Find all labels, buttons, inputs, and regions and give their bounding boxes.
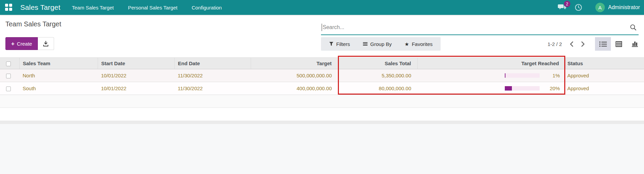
cell-start-date: 10/01/2022 — [98, 69, 174, 82]
favorites-button[interactable]: ★ Favorites — [404, 41, 432, 47]
cell-start-date: 10/01/2022 — [98, 82, 174, 95]
pivot-view-icon — [616, 41, 622, 47]
pager: 1-2 / 2 — [547, 39, 588, 49]
column-header-target-reached[interactable]: Target Reached — [417, 58, 565, 69]
funnel-icon — [329, 42, 333, 46]
navbar-right: 2 A Administrator — [558, 3, 640, 12]
main-menu: Team Sales Target Personal Sales Target … — [72, 5, 222, 10]
list-view: Sales Team Start Date End Date Target Sa… — [0, 57, 644, 121]
column-header-end-date[interactable]: End Date — [174, 58, 251, 69]
search-actions-row: Filters Group By ★ Favorites 1-2 / 2 — [321, 37, 643, 51]
sales-target-table: Sales Team Start Date End Date Target Sa… — [0, 57, 644, 121]
column-header-sales-total[interactable]: Sales Total — [338, 58, 417, 69]
column-header-sales-team[interactable]: Sales Team — [19, 58, 98, 69]
table-row-south[interactable]: South 10/01/2022 11/30/2022 400,000,000.… — [0, 82, 644, 95]
cell-target-reached: 20% — [417, 82, 565, 95]
progress-bar-fill — [505, 73, 505, 78]
progress-bar — [505, 73, 540, 78]
list-view-icon — [599, 41, 607, 47]
graph-view-icon — [631, 41, 638, 47]
select-all-checkbox[interactable] — [6, 61, 11, 66]
row-checkbox[interactable] — [6, 74, 11, 78]
text-cursor — [322, 24, 322, 31]
bars-icon — [363, 42, 368, 46]
cell-status: Approved — [565, 69, 644, 82]
star-icon: ★ — [404, 42, 409, 47]
group-by-button[interactable]: Group By — [363, 41, 392, 47]
cell-target: 500,000,000.00 — [251, 69, 338, 82]
favorites-label: Favorites — [412, 41, 433, 47]
cell-sales-team: South — [19, 82, 98, 95]
cell-target: 400,000,000.00 — [251, 82, 338, 95]
cell-end-date: 11/30/2022 — [174, 69, 251, 82]
view-switcher — [595, 37, 643, 51]
table-footer-band — [0, 121, 644, 124]
pager-next-button[interactable] — [578, 39, 588, 49]
row-checkbox[interactable] — [6, 86, 11, 91]
create-button[interactable]: + Create — [5, 37, 38, 50]
filters-group: Filters Group By ★ Favorites — [321, 37, 441, 51]
cell-status: Approved — [565, 82, 644, 95]
table-header-row: Sales Team Start Date End Date Target Sa… — [0, 58, 644, 69]
cell-sales-team: North — [19, 69, 98, 82]
plus-icon: + — [11, 41, 15, 47]
clock-icon — [574, 3, 583, 11]
apps-menu-icon[interactable] — [5, 4, 13, 11]
progress-label: 20% — [548, 85, 560, 91]
view-graph-button[interactable] — [627, 37, 643, 51]
search-input[interactable]: Search... — [321, 20, 639, 35]
progress-bar — [505, 86, 540, 91]
chevron-left-icon — [570, 41, 573, 47]
view-pivot-button[interactable] — [611, 37, 627, 51]
column-header-target[interactable]: Target — [251, 58, 338, 69]
search-icon[interactable] — [630, 24, 637, 31]
pager-previous-button[interactable] — [567, 39, 576, 49]
action-buttons: + Create — [5, 37, 54, 50]
activities-button[interactable] — [574, 3, 583, 11]
cell-sales-total: 5,350,000.00 — [338, 69, 417, 82]
menu-team-sales-target[interactable]: Team Sales Target — [72, 5, 114, 10]
page-background — [0, 124, 644, 174]
chevron-right-icon — [581, 41, 585, 47]
empty-row — [0, 108, 644, 121]
view-list-button[interactable] — [595, 37, 611, 51]
top-navbar: Sales Target Team Sales Target Personal … — [0, 0, 644, 15]
table-row-north[interactable]: North 10/01/2022 11/30/2022 500,000,000.… — [0, 69, 644, 82]
search-placeholder: Search... — [323, 24, 344, 30]
messages-count-badge: 2 — [564, 1, 570, 7]
group-by-label: Group By — [370, 41, 392, 47]
row-select-cell — [0, 82, 19, 95]
app-title[interactable]: Sales Target — [20, 3, 60, 11]
control-panel: Team Sales Target + Create Search... — [0, 15, 644, 57]
filters-button[interactable]: Filters — [329, 41, 350, 47]
export-button[interactable] — [38, 37, 54, 50]
column-header-start-date[interactable]: Start Date — [98, 58, 174, 69]
user-name: Administrator — [608, 4, 640, 10]
row-select-cell — [0, 69, 19, 82]
download-icon — [43, 41, 49, 47]
breadcrumb: Team Sales Target — [5, 20, 61, 28]
empty-row — [0, 95, 644, 108]
pager-range: 1-2 / 2 — [547, 41, 562, 47]
create-button-label: Create — [17, 41, 32, 47]
cell-target-reached: 1% — [417, 69, 565, 82]
messages-button[interactable]: 2 — [558, 3, 568, 12]
menu-configuration[interactable]: Configuration — [192, 5, 222, 10]
avatar: A — [595, 3, 605, 12]
sales-target-app: Sales Target Team Sales Target Personal … — [0, 0, 644, 174]
select-all-cell — [0, 58, 19, 69]
filters-label: Filters — [336, 41, 350, 47]
cell-sales-total: 80,000,000.00 — [338, 82, 417, 95]
column-header-status[interactable]: Status — [565, 58, 644, 69]
progress-label: 1% — [548, 73, 560, 78]
user-menu[interactable]: A Administrator — [595, 3, 640, 12]
menu-personal-sales-target[interactable]: Personal Sales Target — [128, 5, 177, 10]
progress-bar-fill — [505, 86, 512, 91]
cell-end-date: 11/30/2022 — [174, 82, 251, 95]
